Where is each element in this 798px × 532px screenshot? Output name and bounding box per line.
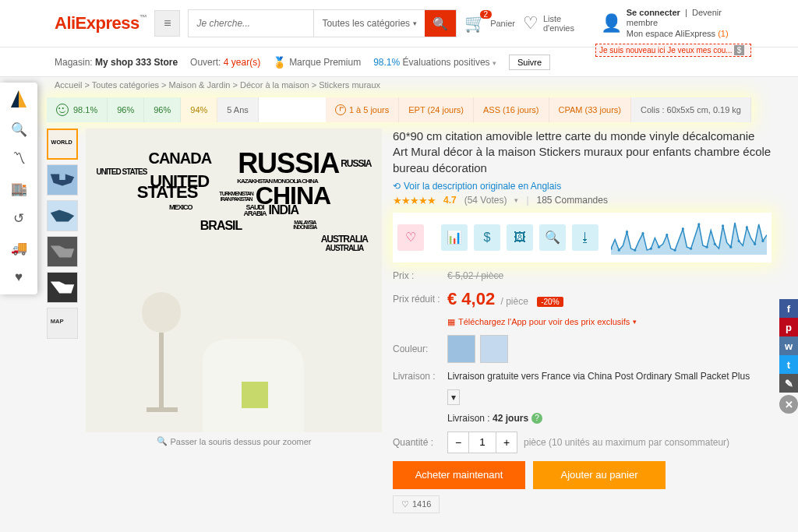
sidebar-favorites[interactable]: ♥ <box>6 265 31 290</box>
svg-point-21 <box>682 227 684 230</box>
share-close[interactable]: ✕ <box>779 395 798 414</box>
thumbnail[interactable] <box>47 236 78 267</box>
translate-icon: ⟲ <box>393 181 401 192</box>
search-input[interactable] <box>189 10 313 37</box>
magnifier-icon: 🔍 <box>545 230 560 245</box>
sidebar-history[interactable]: ↺ <box>6 206 31 231</box>
quantity-stepper: − + <box>447 432 517 453</box>
download-button[interactable]: ⭳ <box>572 224 598 251</box>
promo-banner[interactable]: Je suis nouveau ici Je veux mes cou...$ <box>595 44 751 57</box>
original-description-link[interactable]: ⟲ Voir la description originale en Angla… <box>393 181 772 192</box>
stat-colis: Colis : 60x5x5 cm, 0.19 kg <box>631 97 751 122</box>
svg-point-23 <box>697 223 700 225</box>
store-icon: 🏬 <box>11 181 27 197</box>
categories-menu-button[interactable]: ≡ <box>154 10 180 37</box>
stat-metric: 96% <box>144 97 181 122</box>
zoom-icon: 🔍 <box>157 436 168 446</box>
breadcrumb-item[interactable]: Maison & Jardin <box>169 80 231 90</box>
share-edit[interactable]: ✎ <box>779 374 798 393</box>
svg-point-31 <box>761 240 764 242</box>
sidebar-shipping[interactable]: 🚚 <box>6 235 31 260</box>
thumbnail[interactable] <box>47 164 78 196</box>
svg-point-26 <box>722 224 724 227</box>
account-menu[interactable]: 👤 Se connecter | Devenir membre Mon espa… <box>601 8 751 39</box>
bar-chart-icon: 📊 <box>447 230 462 245</box>
price-button[interactable]: $ <box>474 224 500 251</box>
site-header: AliExpress™ ≡ Toutes les catégories ▾ 🔍 … <box>0 0 798 48</box>
add-to-cart-button[interactable]: Ajouter au panier <box>533 461 666 489</box>
share-pinterest[interactable]: p <box>779 318 798 336</box>
color-option[interactable] <box>480 335 508 363</box>
stat-years: 5 Ans <box>217 97 259 122</box>
follow-button[interactable]: Suivre <box>509 55 550 70</box>
thumbnail[interactable] <box>47 272 78 303</box>
share-vk[interactable]: w <box>779 336 798 355</box>
orders-count: 185 Commandes <box>537 195 608 206</box>
stars-icon: ★★★★★ <box>393 195 436 206</box>
image-icon: 🖼 <box>514 231 526 245</box>
votes-link[interactable]: (54 Votes) <box>464 195 507 206</box>
svg-point-29 <box>746 226 748 228</box>
app-promo-link[interactable]: ▦Téléchargez l'App pour voir des prix ex… <box>447 317 637 327</box>
image-search-button[interactable]: 🖼 <box>507 224 533 251</box>
sidebar-search[interactable]: 🔍 <box>6 117 31 142</box>
reduced-price: € 4,02 <box>447 289 495 308</box>
qty-increase[interactable]: + <box>496 432 517 453</box>
truck-icon: 🚚 <box>11 240 27 256</box>
breadcrumb-item[interactable]: Toutes catégories <box>92 80 159 90</box>
buy-now-button[interactable]: Acheter maintenant <box>393 461 525 489</box>
svg-text:WORLD: WORLD <box>51 139 72 146</box>
dollar-icon: $ <box>484 231 491 245</box>
stats-button[interactable]: 📊 <box>441 224 468 251</box>
search-bar: Toutes les catégories ▾ 🔍 <box>188 9 457 37</box>
search-button[interactable]: 🔍 <box>425 10 456 37</box>
qty-note: pièce (10 unités au maximum par consomma… <box>524 437 729 448</box>
wishlist-link[interactable]: ♡ Liste d'envies <box>523 13 593 33</box>
chevron-down-icon: ▾ <box>413 19 417 27</box>
shipping-select[interactable]: ▾ <box>447 389 460 405</box>
heart-icon: ♡ <box>523 13 538 33</box>
like-button[interactable]: ♡1416 <box>393 495 440 513</box>
breadcrumb-item[interactable]: Décor à la maison <box>240 80 309 90</box>
medal-icon: 🏅 <box>273 56 286 69</box>
breadcrumb-item[interactable]: Stickers muraux <box>319 80 380 90</box>
discount-badge: -20% <box>537 297 563 307</box>
sidebar-trends[interactable]: 〽 <box>6 146 31 171</box>
share-twitter[interactable]: t <box>779 355 798 374</box>
sidebar-store[interactable]: 🏬 <box>6 176 31 201</box>
store-name[interactable]: My shop 333 Store <box>95 57 178 68</box>
logo[interactable]: AliExpress™ <box>55 13 147 33</box>
svg-point-22 <box>690 247 692 249</box>
svg-rect-8 <box>142 292 181 333</box>
original-price: € 5,02 / pièce <box>447 270 503 281</box>
extension-logo[interactable] <box>6 87 31 112</box>
extension-action-row: ♡ 📊 $ 🖼 🔍 ⭳ <box>393 213 772 262</box>
heart-icon: ♡ <box>401 499 409 509</box>
search-category-select[interactable]: Toutes les catégories ▾ <box>313 10 425 37</box>
thumbnail[interactable]: WORLD <box>47 129 78 160</box>
svg-point-15 <box>634 248 636 251</box>
svg-point-30 <box>754 242 756 245</box>
extension-sidebar: 🔍 〽 🏬 ↺ 🚚 ♥ <box>0 83 37 294</box>
thumbnail[interactable]: MAP <box>47 308 78 339</box>
svg-rect-11 <box>242 382 268 408</box>
chevron-down-icon: ▾ <box>514 196 518 204</box>
qty-input[interactable] <box>468 432 496 453</box>
main-image[interactable]: UNITED STATES CANADA RUSSIARUSSIA UNITED… <box>86 129 382 432</box>
product-details: 60*90 cm citation amovible lettre carte … <box>393 129 772 513</box>
color-option[interactable] <box>447 335 475 363</box>
qty-decrease[interactable]: − <box>448 432 468 453</box>
thumbnail[interactable] <box>47 200 78 231</box>
favorite-button[interactable]: ♡ <box>397 224 424 251</box>
search-icon: 🔍 <box>11 122 27 138</box>
user-icon: 👤 <box>601 13 622 33</box>
share-facebook[interactable]: f <box>779 299 798 318</box>
breadcrumb-item[interactable]: Accueil <box>55 80 82 90</box>
product-content: WORLD MAP UNITED STATES CANADA RUSSIARUS… <box>0 122 798 513</box>
cart-link[interactable]: 🛒2 Panier <box>464 13 515 33</box>
stat-cpam: CPAM (33 jours) <box>549 97 631 122</box>
stat-rating: 98.1% <box>47 97 108 122</box>
inspect-button[interactable]: 🔍 <box>539 224 566 251</box>
stat-ept: EPT (24 jours) <box>399 97 474 122</box>
help-icon[interactable]: ? <box>531 413 542 424</box>
